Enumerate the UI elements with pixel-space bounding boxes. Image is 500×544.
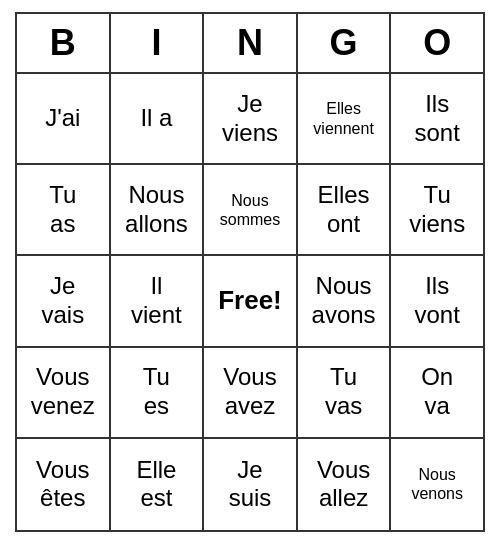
bingo-row-3: VousvenezTuesVousavezTuvasOnva <box>17 348 483 439</box>
bingo-cell-2-2: Free! <box>204 256 298 347</box>
cell-text-1-1: Nousallons <box>125 181 188 239</box>
bingo-cell-0-1: Il a <box>111 74 205 165</box>
bingo-header: BINGO <box>17 14 483 74</box>
header-letter-o: O <box>391 14 483 74</box>
bingo-cell-2-3: Nousavons <box>298 256 392 347</box>
bingo-cell-1-0: Tuas <box>17 165 111 256</box>
bingo-cell-0-2: Jeviens <box>204 74 298 165</box>
cell-text-4-4: Nousvenons <box>411 465 463 503</box>
cell-text-2-0: Jevais <box>41 272 84 330</box>
cell-text-4-2: Jesuis <box>229 456 272 514</box>
cell-text-4-1: Elleest <box>136 456 176 514</box>
cell-text-0-1: Il a <box>140 104 172 133</box>
bingo-cell-4-1: Elleest <box>111 439 205 530</box>
cell-text-3-2: Vousavez <box>223 363 276 421</box>
header-letter-b: B <box>17 14 111 74</box>
cell-text-4-0: Vousêtes <box>36 456 89 514</box>
bingo-cell-2-1: Ilvient <box>111 256 205 347</box>
bingo-row-2: JevaisIlvientFree!NousavonsIlsvont <box>17 256 483 347</box>
cell-text-0-3: Ellesviennent <box>313 99 374 137</box>
bingo-cell-4-2: Jesuis <box>204 439 298 530</box>
bingo-cell-3-4: Onva <box>391 348 483 439</box>
cell-text-1-4: Tuviens <box>409 181 465 239</box>
bingo-cell-3-3: Tuvas <box>298 348 392 439</box>
bingo-cell-4-4: Nousvenons <box>391 439 483 530</box>
bingo-cell-0-0: J'ai <box>17 74 111 165</box>
bingo-cell-3-2: Vousavez <box>204 348 298 439</box>
header-letter-g: G <box>298 14 392 74</box>
cell-text-2-1: Ilvient <box>131 272 182 330</box>
cell-text-1-3: Ellesont <box>318 181 370 239</box>
cell-text-1-0: Tuas <box>49 181 76 239</box>
cell-text-3-3: Tuvas <box>325 363 362 421</box>
bingo-cell-3-0: Vousvenez <box>17 348 111 439</box>
bingo-cell-1-2: Noussommes <box>204 165 298 256</box>
bingo-cell-1-3: Ellesont <box>298 165 392 256</box>
bingo-cell-3-1: Tues <box>111 348 205 439</box>
cell-text-0-4: Ilssont <box>414 90 459 148</box>
bingo-body: J'aiIl aJeviensEllesviennentIlssontTuasN… <box>17 74 483 530</box>
cell-text-3-4: Onva <box>421 363 453 421</box>
cell-text-0-2: Jeviens <box>222 90 278 148</box>
bingo-row-1: TuasNousallonsNoussommesEllesontTuviens <box>17 165 483 256</box>
cell-text-1-2: Noussommes <box>220 191 280 229</box>
bingo-row-0: J'aiIl aJeviensEllesviennentIlssont <box>17 74 483 165</box>
header-letter-n: N <box>204 14 298 74</box>
bingo-cell-4-3: Vousallez <box>298 439 392 530</box>
bingo-cell-1-1: Nousallons <box>111 165 205 256</box>
cell-text-2-2: Free! <box>218 285 282 316</box>
cell-text-0-0: J'ai <box>45 104 80 133</box>
bingo-cell-2-0: Jevais <box>17 256 111 347</box>
bingo-cell-1-4: Tuviens <box>391 165 483 256</box>
bingo-row-4: VousêtesElleestJesuisVousallezNousvenons <box>17 439 483 530</box>
bingo-cell-4-0: Vousêtes <box>17 439 111 530</box>
bingo-cell-2-4: Ilsvont <box>391 256 483 347</box>
cell-text-2-4: Ilsvont <box>414 272 459 330</box>
cell-text-4-3: Vousallez <box>317 456 370 514</box>
bingo-cell-0-4: Ilssont <box>391 74 483 165</box>
cell-text-2-3: Nousavons <box>312 272 376 330</box>
header-letter-i: I <box>111 14 205 74</box>
bingo-card: BINGO J'aiIl aJeviensEllesviennentIlsson… <box>15 12 485 532</box>
cell-text-3-1: Tues <box>143 363 170 421</box>
cell-text-3-0: Vousvenez <box>31 363 95 421</box>
bingo-cell-0-3: Ellesviennent <box>298 74 392 165</box>
